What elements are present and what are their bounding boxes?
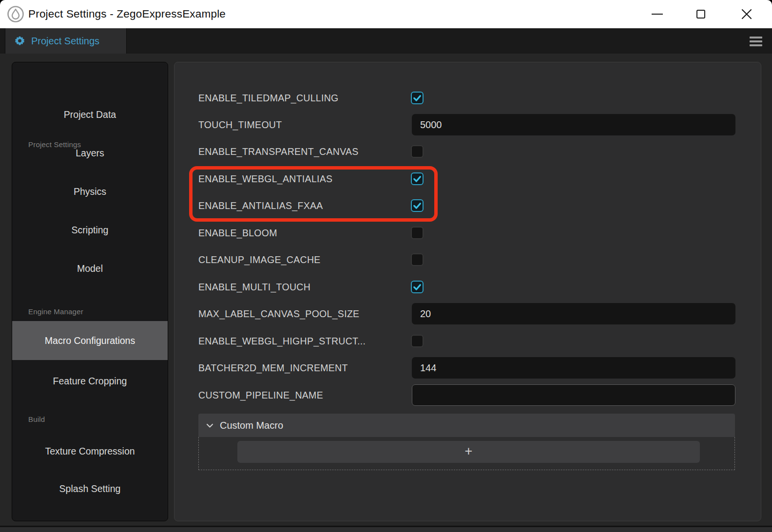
titlebar: Project Settings - ZegoExpressExample	[0, 0, 772, 28]
checkmark-icon	[412, 282, 422, 292]
enable-webgl-highp-struct-checkbox[interactable]	[411, 335, 424, 347]
enable-bloom-label: ENABLE_BLOOM	[198, 222, 408, 244]
tab-label: Project Settings	[31, 36, 99, 47]
enable-webgl-highp-struct-label: ENABLE_WEBGL_HIGHP_STRUCT...	[198, 330, 408, 352]
window-title: Project Settings - ZegoExpressExample	[28, 0, 226, 28]
sidebar-item-feature-cropping[interactable]: Feature Cropping	[12, 371, 168, 391]
enable-tiledmap-culling-label: ENABLE_TILEDMAP_CULLING	[198, 87, 408, 109]
enable-transparent-canvas-checkbox[interactable]	[411, 145, 424, 158]
sidebar-section-engine-manager: Engine Manager	[28, 307, 83, 316]
cleanup-image-cache-label: CLEANUP_IMAGE_CACHE	[198, 249, 408, 270]
cleanup-image-cache-checkbox[interactable]	[411, 253, 424, 266]
window-bottom-strip	[0, 527, 772, 532]
sidebar-section-build: Build	[28, 415, 45, 423]
custom-pipeline-name-label: CUSTOM_PIPELINE_NAME	[198, 384, 408, 406]
touch-timeout-input[interactable]	[412, 114, 735, 135]
close-icon	[741, 8, 753, 20]
sidebar-item-splash-setting[interactable]: Splash Setting	[12, 479, 168, 498]
sidebar-item-texture-compression[interactable]: Texture Compression	[12, 441, 168, 461]
sidebar-item-layers[interactable]: Layers	[12, 143, 168, 163]
project-settings-window: Project Settings - ZegoExpressExample Pr…	[0, 0, 772, 532]
checkmark-icon	[412, 201, 422, 210]
enable-multi-touch-checkbox[interactable]	[411, 281, 424, 293]
batcher2d-mem-increment-label: BATCHER2D_MEM_INCREMENT	[198, 357, 408, 379]
custom-macro-header[interactable]: Custom Macro	[198, 414, 735, 437]
minimize-icon	[652, 14, 663, 15]
enable-antialias-fxaa-label: ENABLE_ANTIALIAS_FXAA	[198, 195, 408, 216]
maximize-button[interactable]	[690, 0, 712, 28]
chevron-down-icon	[205, 421, 214, 430]
tab-project-settings[interactable]: Project Settings	[5, 28, 127, 54]
tab-bar: Project Settings	[0, 28, 772, 54]
sidebar-item-model[interactable]: Model	[12, 259, 168, 278]
add-macro-button[interactable]: +	[237, 441, 700, 463]
cocos-logo-icon	[7, 5, 24, 23]
checkmark-icon	[412, 174, 422, 184]
minimize-button[interactable]	[646, 0, 668, 28]
enable-tiledmap-culling-checkbox[interactable]	[411, 92, 424, 104]
sidebar: Project Settings Project Data Layers Phy…	[12, 62, 168, 521]
enable-transparent-canvas-label: ENABLE_TRANSPARENT_CANVAS	[198, 141, 408, 162]
close-button[interactable]	[735, 0, 758, 28]
custom-macro-body: +	[198, 437, 735, 470]
max-label-canvas-pool-size-input[interactable]	[412, 303, 735, 324]
checkmark-icon	[412, 93, 422, 103]
enable-webgl-antialias-checkbox[interactable]	[411, 172, 424, 185]
sidebar-item-scripting[interactable]: Scripting	[12, 220, 168, 240]
sidebar-item-physics[interactable]: Physics	[12, 182, 168, 201]
gear-icon	[14, 36, 25, 47]
custom-macro-title: Custom Macro	[220, 420, 283, 431]
max-label-canvas-pool-size-label: MAX_LABEL_CANVAS_POOL_SIZE	[198, 303, 408, 324]
menu-hamburger-icon[interactable]	[750, 36, 762, 47]
enable-bloom-checkbox[interactable]	[411, 227, 424, 239]
sidebar-item-project-data[interactable]: Project Data	[12, 105, 168, 124]
sidebar-item-macro-configurations[interactable]: Macro Configurations	[12, 321, 168, 360]
maximize-icon	[696, 10, 705, 19]
enable-multi-touch-label: ENABLE_MULTI_TOUCH	[198, 276, 408, 298]
batcher2d-mem-increment-input[interactable]	[412, 357, 735, 379]
touch-timeout-label: TOUCH_TIMEOUT	[198, 114, 408, 135]
custom-pipeline-name-input[interactable]	[412, 384, 735, 406]
enable-antialias-fxaa-checkbox[interactable]	[411, 199, 424, 212]
enable-webgl-antialias-label: ENABLE_WEBGL_ANTIALIAS	[198, 168, 408, 190]
